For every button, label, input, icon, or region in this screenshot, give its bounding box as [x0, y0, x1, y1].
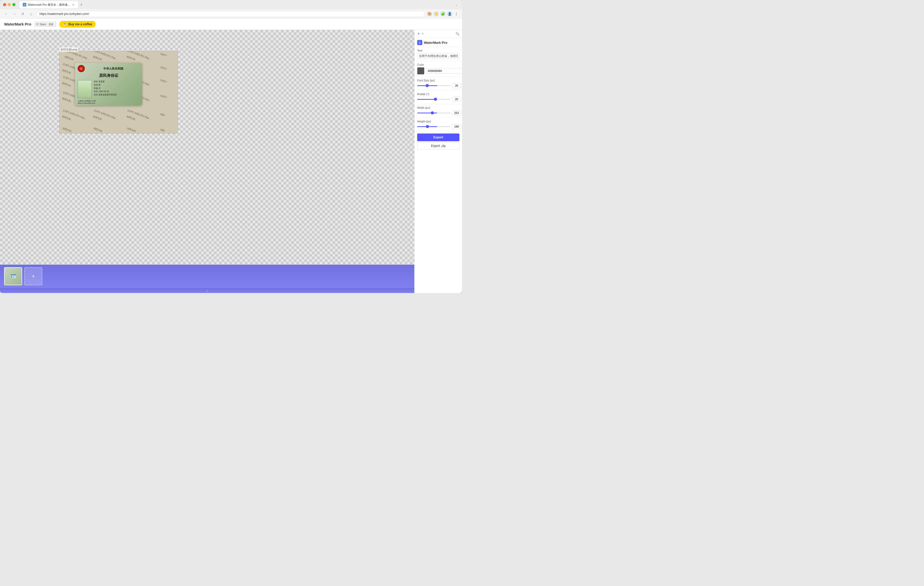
height-slider-row [417, 124, 459, 129]
url-input[interactable] [36, 11, 425, 17]
panel-header: ▼ ⠿ 🔍 [414, 30, 462, 38]
height-value[interactable] [452, 124, 461, 129]
bookmark-icon[interactable]: ⭐ [434, 12, 439, 16]
title-bar: W Watermark Pro 最安全，最快速... ✕ + ⌄ [0, 0, 462, 9]
export-button[interactable]: Export [417, 133, 459, 141]
new-tab-button[interactable]: + [79, 2, 84, 7]
width-value[interactable] [452, 110, 461, 115]
rotate-slider[interactable] [417, 99, 450, 100]
text-input[interactable] [417, 53, 459, 59]
color-label: Color [417, 63, 459, 66]
export-zip-button[interactable]: Export .zip [417, 142, 459, 150]
extensions2-icon[interactable]: 🧩 [441, 12, 446, 16]
watermark-text-2: 他用无效。 [64, 55, 76, 63]
tab-bar: W Watermark Pro 最安全，最快速... ✕ + [20, 1, 450, 8]
stars-badge[interactable]: ⊙ Stars 110 [34, 21, 56, 27]
profile-icon[interactable]: 👤 [447, 12, 452, 16]
width-slider[interactable] [417, 113, 450, 114]
canvas-area[interactable]: 水印示例.png 仅用于办理住房公积金， 他用无效。 仅用于办理住房公积金， 他… [0, 30, 414, 293]
watermark-text-12: 仅用于 [160, 66, 168, 71]
watermark-text-9: 他用无效。 [61, 69, 73, 76]
thumbnail-strip: 🪪 + [0, 265, 414, 288]
panel-title-row: 💧 WaterMark Pro [414, 38, 462, 47]
traffic-lights [3, 3, 15, 6]
close-button[interactable] [3, 3, 6, 6]
watermark-text-5: 仅用于办理住房公积金， [127, 51, 152, 61]
font-size-slider[interactable] [417, 85, 450, 86]
watermark-text-1: 仅用于办理住房公积金， [65, 51, 90, 61]
color-section: Color [414, 61, 462, 77]
collapse-icon[interactable]: ▼ [417, 32, 420, 36]
stars-count: 110 [47, 22, 54, 26]
watermark-text-31: 仅用于办理住房公积金， [127, 109, 152, 120]
home-button[interactable]: ⌂ [28, 11, 34, 17]
width-section: Width (px) [414, 104, 462, 118]
more-icon[interactable]: ⋮ [454, 12, 459, 16]
buy-coffee-button[interactable]: ☕ Buy me a coffee [59, 21, 96, 28]
id-card-title: 中华人民共和国 [87, 67, 139, 70]
watermark-text-7: 仅用于 [160, 52, 168, 58]
font-size-value[interactable] [452, 83, 461, 88]
watermark-text-35: 他用无效。 [93, 127, 105, 133]
watermark-text-30: 他用无效。 [92, 115, 104, 122]
rotate-value[interactable] [452, 97, 461, 102]
id-card-address-label: 住址 某某省某某市某某区 [94, 93, 117, 97]
panel-app-icon: 💧 [417, 40, 422, 45]
right-panel: ▼ ⠿ 🔍 💧 WaterMark Pro Text [414, 30, 462, 293]
color-row [417, 67, 459, 74]
browser-menu[interactable]: ⌄ [454, 3, 459, 7]
watermark-text-21: 他用无效。 [61, 97, 73, 104]
font-size-slider-row [417, 83, 459, 88]
watermark-text-19: 仅用于 [160, 79, 168, 84]
text-section: Text [414, 47, 462, 61]
active-tab[interactable]: W Watermark Pro 最安全，最快速... ✕ [20, 1, 78, 8]
minimize-button[interactable] [8, 3, 11, 6]
watermark-text-6: 他用无效。 [126, 55, 138, 63]
app-logo: WaterMark Pro [4, 22, 31, 26]
height-label: Height (px) [417, 120, 459, 123]
color-swatch[interactable] [417, 67, 424, 74]
app-icon-symbol: 💧 [418, 41, 421, 44]
drag-handle[interactable]: ⠿ [422, 33, 424, 35]
id-card-info: 姓名 张某某 性别 男 民族 汉 出生 1985.05.28 住址 某某省某某市… [94, 80, 117, 98]
id-card-title-container: 中华人民共和国 [87, 67, 139, 70]
id-card: ⊛ 中华人民共和国 居民身份证 姓名 张某某 性别 男 民族 汉 [75, 63, 142, 105]
font-size-label: Font Size (px) [417, 79, 459, 82]
text-label: Text [417, 49, 459, 52]
reload-button[interactable]: ↺ [20, 11, 26, 17]
id-card-header: ⊛ 中华人民共和国 [75, 63, 142, 73]
add-image-button[interactable]: + [24, 267, 42, 285]
id-card-validity: 2005.10.08-2025.10.0 [78, 102, 139, 104]
thumbnail-strip-container: 🪪 + ↓ [0, 265, 414, 293]
maximize-button[interactable] [12, 3, 15, 6]
toolbar-icons: 🎨 ⭐ 🧩 👤 ⋮ [427, 12, 459, 16]
download-button[interactable]: ↓ [206, 288, 208, 293]
rotate-section: Rotate (°) [414, 91, 462, 104]
buy-coffee-label: Buy me a coffee [68, 22, 92, 26]
thumbnail-1[interactable]: 🪪 [4, 267, 22, 285]
download-area: ↓ [0, 288, 414, 293]
forward-button[interactable]: → [12, 11, 18, 17]
font-size-section: Font Size (px) [414, 77, 462, 91]
back-button[interactable]: ← [3, 11, 9, 17]
id-card-issuer: 上海市公安局徐汇分局 [78, 100, 139, 102]
image-container: 仅用于办理住房公积金， 他用无效。 仅用于办理住房公积金， 他用无效。 仅用于办… [59, 51, 178, 133]
watermark-text-34: 他用无效。 [62, 127, 74, 133]
search-icon[interactable]: 🔍 [455, 32, 459, 36]
app-content: WaterMark Pro ⊙ Stars 110 ☕ Buy me a cof… [0, 18, 462, 293]
id-card-subtitle: 居民身份证 [75, 73, 142, 79]
height-slider[interactable] [417, 126, 450, 127]
id-card-footer: 上海市公安局徐汇分局 2005.10.08-2025.10.0 [75, 99, 142, 105]
color-input[interactable] [426, 68, 462, 74]
width-label: Width (px) [417, 106, 459, 109]
watermark-text-29: 仅用于办理住房公积金， [93, 109, 118, 120]
tab-favicon: W [23, 3, 26, 7]
watermark-text-33: 他用 [160, 112, 165, 117]
address-bar: ← → ↺ ⌂ 🎨 ⭐ 🧩 👤 ⋮ [0, 9, 462, 18]
tab-close-button[interactable]: ✕ [71, 3, 75, 7]
filename-label: 水印示例.png [59, 48, 78, 52]
watermark-text-4: 他用无效。 [92, 55, 104, 63]
watermark-text-28: 他用无效。 [61, 115, 73, 122]
id-card-gender-label: 性别 男 [94, 84, 117, 87]
extensions-icon[interactable]: 🎨 [427, 12, 432, 16]
